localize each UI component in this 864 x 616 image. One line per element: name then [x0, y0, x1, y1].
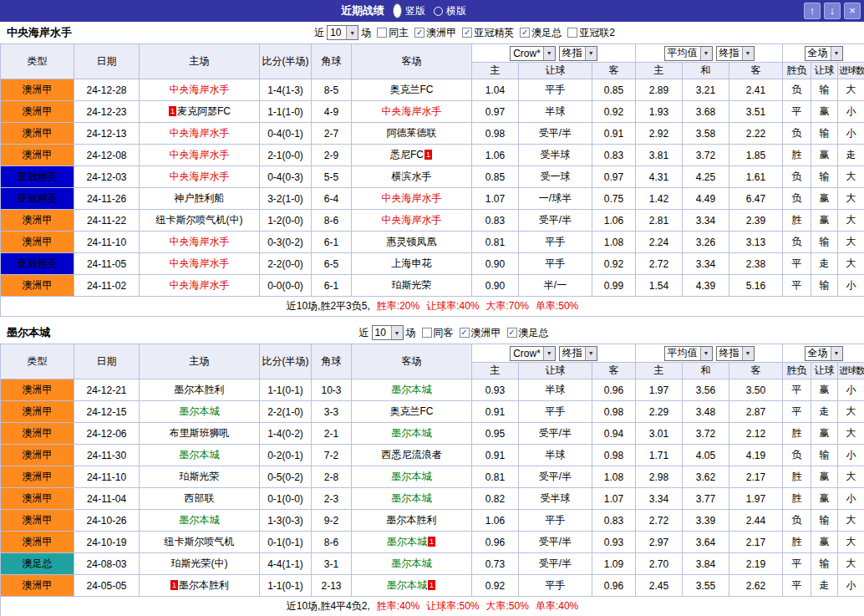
league-cell: 澳洲甲: [1, 275, 74, 297]
odds-source-select[interactable]: 终指▼: [716, 346, 755, 361]
odds-cell: 0.91: [592, 123, 636, 145]
league-filter-checkbox[interactable]: 同客: [422, 326, 454, 340]
result-cell: 输: [811, 510, 838, 532]
league-filter-checkbox[interactable]: ✓亚冠精英: [462, 26, 514, 40]
odds-cell: 2.98: [636, 466, 683, 488]
result-cell: 平: [783, 101, 811, 123]
date-cell: 24-11-02: [74, 275, 140, 297]
league-filter-checkbox[interactable]: ✓澳足总: [507, 326, 549, 340]
odds-cell: 0.96: [592, 379, 636, 401]
layout-radio-vertical[interactable]: 竖版: [393, 3, 425, 18]
result-cell: 输: [811, 79, 838, 101]
column-header: 主场: [140, 44, 260, 79]
league-filter-checkbox[interactable]: ✓澳足总: [520, 26, 562, 40]
rank-badge: 1: [428, 537, 435, 547]
chevron-down-icon: ▼: [700, 347, 712, 360]
date-cell: 24-12-23: [74, 101, 140, 123]
result-cell: 小: [838, 379, 864, 401]
home-team-cell: 珀斯光荣: [140, 466, 260, 488]
odds-cell: 1.42: [636, 188, 683, 210]
header-row: 类型日期主场比分(半场)角球客场Crow*▼终指▼平均值▼终指▼全场▼: [1, 344, 864, 363]
odds-source-select[interactable]: 全场▼: [805, 346, 843, 361]
away-team-cell: 西悉尼流浪者: [352, 445, 472, 466]
result-cell: 负: [783, 510, 811, 532]
column-header: 客场: [352, 344, 472, 379]
team-text: 墨尔本城: [387, 536, 427, 547]
layout-radio-horizontal[interactable]: 横版: [434, 4, 466, 18]
odds-source-select[interactable]: 平均值▼: [664, 346, 713, 361]
odds-dropdowns: 平均值▼终指▼: [637, 346, 781, 361]
page-title: 近期战绩: [341, 3, 384, 18]
chevron-down-icon: ▼: [700, 47, 712, 60]
league-filter-checkbox[interactable]: ✓澳洲甲: [460, 326, 501, 340]
odds-cell: 2.24: [636, 232, 683, 253]
odds-source-select[interactable]: Crow*▼: [510, 46, 556, 61]
date-cell: 24-12-08: [74, 145, 140, 166]
team-text: 奥克兰FC: [390, 84, 434, 95]
header-row: 类型日期主场比分(半场)角球客场Crow*▼终指▼平均值▼终指▼全场▼: [1, 44, 864, 63]
odds-cell: 4.31: [636, 166, 683, 188]
league-cell: 澳洲甲: [1, 423, 74, 445]
column-header: 类型: [1, 44, 74, 79]
result-cell: 平: [783, 575, 811, 597]
odds-cell: 1.93: [636, 101, 683, 123]
corner-cell: 3-3: [312, 401, 352, 423]
odds-cell: 3.50: [729, 379, 783, 401]
checkbox-label: 澳足总: [531, 26, 562, 40]
league-filter-checkbox[interactable]: 同主: [377, 26, 409, 40]
odds-source-select[interactable]: 终指▼: [716, 46, 755, 61]
odds-dropdowns: Crow*▼终指▼: [473, 46, 634, 61]
team-name: 中央海岸水手: [7, 25, 72, 40]
odds-cell: 受半球: [519, 488, 592, 510]
odds-source-select[interactable]: 终指▼: [559, 346, 597, 361]
move-up-button[interactable]: ↑: [804, 3, 821, 19]
move-down-button[interactable]: ↓: [824, 3, 841, 19]
date-cell: 24-11-26: [74, 188, 140, 210]
team-text: 西悉尼流浪者: [382, 449, 442, 461]
result-cell: 赢: [811, 488, 838, 510]
match-count-select[interactable]: 10▼: [372, 325, 404, 340]
table-row: 澳洲甲24-11-10珀斯光荣0-5(0-2)2-8墨尔本城0.81受平/半1.…: [1, 466, 864, 488]
odds-cell: 0.98: [592, 401, 636, 423]
odds-source-select[interactable]: 平均值▼: [664, 46, 713, 61]
away-team-cell: 墨尔本城: [352, 466, 472, 488]
radio-label: 竖版: [405, 4, 425, 18]
match-count-select[interactable]: 10▼: [327, 25, 358, 40]
select-value: 终指: [560, 46, 585, 60]
away-team-cell: 横滨水手: [352, 166, 472, 188]
home-team-cell: 中央海岸水手: [140, 166, 260, 188]
odds-source-select[interactable]: Crow*▼: [510, 346, 556, 361]
summary-record: 近10场,胜4平4负2,: [287, 600, 370, 612]
odds-cell: 0.91: [472, 445, 519, 466]
odds-source-select[interactable]: 终指▼: [559, 46, 597, 61]
checkbox-icon: [422, 328, 432, 338]
corner-cell: 6-4: [312, 188, 352, 210]
odds-cell: 3.34: [636, 488, 683, 510]
sections-container: 中央海岸水手近10▼场同主✓澳洲甲✓亚冠精英✓澳足总亚冠联2类型日期主场比分(半…: [0, 22, 864, 616]
league-filter-checkbox[interactable]: ✓澳洲甲: [414, 26, 456, 40]
summary-stat: 大率:50%: [486, 600, 529, 612]
date-cell: 24-08-03: [74, 553, 140, 575]
league-filter-checkbox[interactable]: 亚冠联2: [567, 26, 615, 40]
away-team-cell: 墨尔本城: [352, 488, 472, 510]
close-button[interactable]: ×: [844, 3, 861, 19]
result-cell: 平: [783, 401, 811, 423]
odds-cell: 平手: [519, 253, 592, 275]
odds-cell: 3.51: [729, 101, 783, 123]
table-row: 澳洲甲24-11-30墨尔本城0-2(0-1)7-2西悉尼流浪者0.91半球0.…: [1, 445, 864, 466]
checkbox-icon: ✓: [462, 28, 472, 38]
team-text: 墨尔本城: [392, 427, 432, 439]
odds-cell: 3.77: [683, 488, 729, 510]
odds-cell: 0.99: [592, 275, 636, 297]
sub-column-header: 和: [683, 363, 729, 379]
sub-column-header: 主: [472, 63, 519, 79]
result-cell: 输: [811, 123, 838, 145]
select-value: 平均值: [665, 346, 700, 360]
odds-cell: 1.08: [592, 466, 636, 488]
table-row: 澳洲甲24-11-02中央海岸水手0-0(0-0)6-1珀斯光荣0.90半/一0…: [1, 275, 864, 297]
select-value: 终指: [560, 346, 585, 360]
team-text: 墨尔本城: [392, 471, 432, 482]
odds-source-select[interactable]: 全场▼: [805, 46, 843, 61]
home-team-cell: 中央海岸水手: [140, 145, 260, 166]
odds-cell: 1.54: [636, 275, 683, 297]
